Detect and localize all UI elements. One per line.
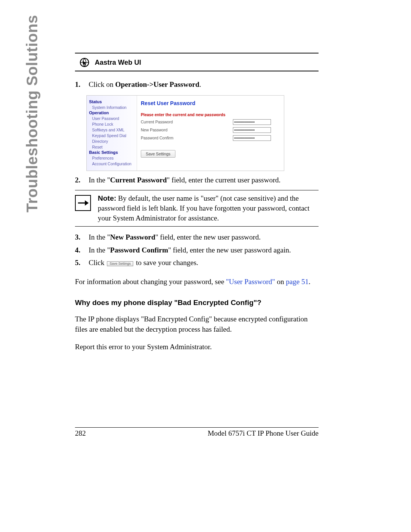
note-text: Note: By default, the user name is "user… — [98, 193, 317, 224]
page-content: Aastra Web UI 1. Click on Operation->Use… — [75, 53, 319, 352]
nav-item[interactable]: Account Configuration — [92, 161, 134, 166]
current-password-input[interactable]: •••••••••••••••••• — [233, 119, 271, 125]
text: Click — [89, 259, 106, 267]
svg-marker-3 — [85, 200, 89, 206]
step-1: 1. Click on Operation->User Password. — [75, 79, 319, 90]
step-4: 4. In the "Password Confirm" field, ente… — [75, 245, 319, 256]
note-label: Note: — [98, 194, 116, 202]
field-label: New Password — [141, 128, 231, 132]
text: . — [199, 80, 201, 88]
header-bar: Aastra Web UI — [75, 53, 319, 72]
screenshot-main: Reset User Password Please enter the cur… — [137, 96, 284, 171]
text: By default, the user name is "user" (not… — [98, 194, 309, 222]
step-3: 3. In the "New Password" field, enter th… — [75, 232, 319, 243]
form-row: Password Confirm •••••••••••••••••• — [141, 135, 281, 141]
text: Click on — [89, 80, 115, 88]
section-title-vertical: Troubleshooting Solutions — [24, 15, 41, 212]
globe-arrow-icon — [80, 58, 89, 67]
text-bold: Current Password — [110, 176, 167, 184]
reference-paragraph: For information about changing your pass… — [75, 276, 319, 287]
panel-title: Reset User Password — [141, 100, 281, 106]
nav-item[interactable]: Phone Lock — [92, 122, 134, 126]
text: to save your changes. — [134, 259, 198, 267]
step-5: 5. Click Save Settings to save your chan… — [75, 257, 319, 268]
form-row: Current Password •••••••••••••••••• — [141, 119, 281, 125]
text: In the " — [89, 233, 110, 241]
new-password-input[interactable]: •••••••••••••••••• — [233, 127, 271, 133]
nav-item[interactable]: User Password — [92, 116, 134, 121]
step-number: 1. — [75, 79, 83, 90]
nav-item[interactable]: Softkeys and XML — [92, 128, 134, 132]
form-row: New Password •••••••••••••••••• — [141, 127, 281, 133]
page-number: 282 — [75, 429, 86, 438]
field-label: Current Password — [141, 120, 231, 124]
text-bold: Password Confirm — [110, 246, 168, 254]
step-2: 2. In the "Current Password" field, ente… — [75, 175, 319, 185]
nav-header-operation: Operation — [89, 110, 134, 115]
body-paragraph: Report this error to your System Adminis… — [75, 342, 319, 352]
text: . — [309, 278, 311, 286]
nav-header-status: Status — [89, 99, 134, 104]
step-number: 2. — [75, 175, 83, 185]
note-block: Note: By default, the user name is "user… — [75, 190, 319, 227]
text-bold: Operation->User Password — [115, 80, 199, 88]
document-title: Model 6757i CT IP Phone User Guide — [208, 429, 319, 438]
faq-heading: Why does my phone display "Bad Encrypted… — [75, 299, 319, 307]
screenshot-nav: Status System Information Operation User… — [87, 96, 137, 171]
page-footer: 282 Model 6757i CT IP Phone User Guide — [75, 427, 319, 438]
header-title: Aastra Web UI — [95, 59, 141, 67]
nav-item[interactable]: Keypad Speed Dial — [92, 133, 134, 138]
text: For information about changing your pass… — [75, 278, 226, 286]
save-settings-inline-button: Save Settings — [107, 261, 134, 266]
text-bold: New Password — [110, 233, 155, 241]
arrow-right-icon — [75, 195, 91, 211]
link-user-password[interactable]: "User Password" — [226, 278, 275, 286]
text: " field, enter the new user password. — [155, 233, 261, 241]
text: " field, enter the new user password aga… — [168, 246, 291, 254]
text: " field, enter the current user password… — [167, 176, 280, 184]
nav-item[interactable]: Preferences — [92, 156, 134, 160]
nav-item[interactable]: Directory — [92, 139, 134, 144]
field-label: Password Confirm — [141, 136, 231, 140]
nav-item[interactable]: Reset — [92, 145, 134, 149]
save-settings-button[interactable]: Save Settings — [141, 150, 175, 158]
embedded-screenshot: Status System Information Operation User… — [86, 95, 284, 171]
step-number: 3. — [75, 232, 83, 243]
body-paragraph: The IP phone displays "Bad Encrypted Con… — [75, 314, 319, 335]
step-number: 5. — [75, 257, 83, 268]
text: In the " — [89, 176, 110, 184]
nav-item[interactable]: System Information — [92, 105, 134, 110]
link-page-51[interactable]: page 51 — [286, 278, 309, 286]
password-confirm-input[interactable]: •••••••••••••••••• — [233, 135, 271, 141]
text: on — [275, 278, 286, 286]
text: In the " — [89, 246, 110, 254]
panel-instruction: Please enter the current and new passwor… — [141, 112, 281, 117]
step-number: 4. — [75, 245, 83, 256]
nav-header-basic: Basic Settings — [89, 150, 134, 155]
